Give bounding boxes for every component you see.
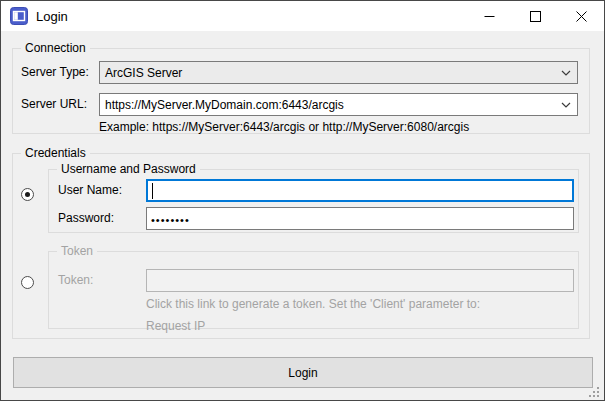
token-radio[interactable] [21, 276, 34, 289]
server-type-dropdown[interactable]: ArcGIS Server [99, 61, 578, 84]
titlebar[interactable]: Login [1, 1, 604, 31]
chevron-down-icon [555, 94, 577, 115]
token-input [146, 269, 574, 292]
server-url-label: Server URL: [21, 97, 87, 112]
server-type-selected-value: ArcGIS Server [100, 66, 555, 80]
password-input[interactable] [146, 207, 574, 230]
login-dialog-window: Login Connection Server Type: ArcGIS Ser… [0, 0, 605, 401]
username-password-group-label: Username and Password [57, 162, 200, 176]
token-group-label: Token [57, 244, 97, 258]
user-name-input[interactable] [146, 179, 574, 202]
window-title: Login [36, 9, 68, 24]
request-ip-link[interactable]: Request IP [146, 319, 205, 334]
resize-grip-icon[interactable] [587, 385, 599, 397]
window-controls [466, 1, 604, 31]
server-url-combobox[interactable]: https://MyServer.MyDomain.com:6443/arcgi… [99, 93, 578, 116]
username-password-radio[interactable] [21, 188, 34, 201]
token-hint-text: Click this link to generate a token. Set… [146, 297, 480, 312]
close-button[interactable] [558, 1, 604, 31]
server-type-label: Server Type: [21, 65, 89, 80]
server-url-value: https://MyServer.MyDomain.com:6443/arcgi… [100, 98, 555, 112]
password-label: Password: [58, 211, 114, 226]
minimize-icon [484, 11, 495, 22]
user-name-label: User Name: [58, 183, 122, 198]
maximize-button[interactable] [512, 1, 558, 31]
dialog-body: Connection Server Type: ArcGIS Server Se… [1, 31, 604, 400]
server-url-example-text: Example: https://MyServer:6443/arcgis or… [99, 120, 469, 135]
login-button[interactable]: Login [13, 357, 593, 388]
minimize-button[interactable] [466, 1, 512, 31]
token-label: Token: [58, 273, 93, 288]
maximize-icon [530, 11, 541, 22]
credentials-group-label: Credentials [21, 146, 90, 160]
close-icon [576, 11, 587, 22]
text-cursor [152, 183, 153, 199]
chevron-down-icon [555, 62, 577, 83]
connection-group-label: Connection [21, 41, 90, 55]
app-window-icon [10, 7, 28, 25]
